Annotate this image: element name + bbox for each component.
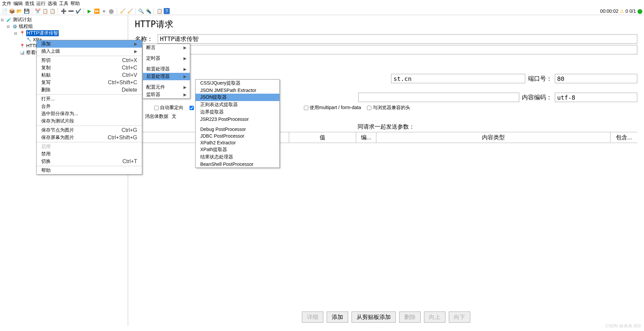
name-input[interactable] [158,34,637,44]
reset-search-icon[interactable]: 🔦 [145,8,151,14]
ctx-duplicate[interactable]: 复写Ctrl+Shift+C [37,79,142,86]
search-icon[interactable]: 🔍 [138,8,144,14]
ctx-post-item[interactable]: CSS/JQuery提取器 [196,80,279,87]
ctx-assertion[interactable]: 断言▶ [143,44,190,51]
ctx-open[interactable]: 打开... [37,95,142,103]
start-icon[interactable]: ▶ [86,8,92,14]
menu-help[interactable]: 帮助 [70,1,80,7]
add-button[interactable]: 添加 [327,312,348,323]
ctx-paste[interactable]: 粘贴Ctrl+V [37,72,142,79]
help-icon[interactable]: ? [164,8,170,14]
col-include[interactable]: 包含... [610,132,637,143]
chevron-right-icon: ▶ [183,45,186,50]
path-input[interactable] [358,93,519,102]
ctx-add[interactable]: 添加▶ [37,40,142,48]
tree-root[interactable]: ⊟ 🧪 测试计划 [1,16,127,23]
port-input[interactable] [555,74,637,83]
start-no-pause-icon[interactable]: ⏩ [94,8,100,14]
chevron-right-icon: ▶ [134,49,137,54]
ctx-post-item[interactable]: Debug PostProcessor [196,126,279,133]
chevron-right-icon: ▶ [183,74,186,79]
templates-icon[interactable]: 📦 [9,8,15,14]
tree-toggle-icon[interactable]: ⊟ [14,31,18,36]
ctx-save-screen-img[interactable]: 保存屏幕为图片Ctrl+Shift+G [37,134,142,141]
shutdown-icon[interactable]: ⬤ [108,8,114,14]
menu-search[interactable]: 查找 [25,1,34,7]
ctx-merge[interactable]: 合并 [37,103,142,110]
save-icon[interactable]: 💾 [23,8,30,14]
menu-options[interactable]: 选项 [48,1,57,7]
ctx-disable[interactable]: 禁用 [37,150,142,158]
cb-multipart[interactable]: 使用multipart / form-data [304,105,361,111]
ctx-cut[interactable]: 剪切Ctrl+X [37,57,142,64]
port-label: 端口号： [528,75,552,83]
server-input[interactable] [391,74,525,83]
ctx-post-item[interactable]: JSON提取器 [196,94,279,101]
tree-panel: ⊟ 🧪 测试计划 ⊟ ⚙️ 线程组 ⊟ 📍 HTTP请求传智 🔧 XPa 📍 H… [0,15,128,326]
col-content-type[interactable]: 内容类型 [376,132,610,143]
tree-label: 线程组 [19,23,33,30]
ctx-post-item[interactable]: 正则表达式提取器 [196,101,279,108]
tree-threadgroup[interactable]: ⊟ ⚙️ 线程组 [1,23,127,30]
ctx-post-item[interactable]: BeanShell PostProcessor [196,161,279,168]
func-helper-icon[interactable]: 📋 [156,8,162,14]
menu-tools[interactable]: 工具 [59,1,68,7]
panel-title: HTTP请求 [135,18,637,30]
tab-files-partial[interactable]: 文 [172,113,176,120]
cb-browser-headers[interactable]: 与浏览器兼容的头 [367,105,410,111]
collapse-icon[interactable]: ➖ [68,8,74,14]
open-icon[interactable]: 📂 [16,8,22,14]
chevron-right-icon: ▶ [183,67,186,72]
ctx-preprocessor[interactable]: 前置处理器▶ [143,65,190,73]
toggle-icon[interactable]: ✔️ [75,8,81,14]
ctx-post-item[interactable]: JDBC PostProcessor [196,133,279,139]
ctx-post-item[interactable]: XPath提取器 [196,146,279,153]
ctx-copy[interactable]: 复制Ctrl+C [37,64,142,72]
new-icon[interactable]: 📄 [1,8,7,14]
cut-icon[interactable]: ✂️ [35,8,41,14]
ctx-delete[interactable]: 删除Delete [37,86,142,94]
ctx-listener[interactable]: 监听器▶ [143,91,190,98]
ctx-postprocessor[interactable]: 后置处理器▶ [143,73,190,80]
ctx-timer[interactable]: 定时器▶ [143,55,190,62]
encoding-input[interactable] [555,93,637,102]
ctx-save-selection[interactable]: 选中部分保存为... [37,110,142,117]
expand-icon[interactable]: ➕ [60,8,66,14]
comment-input[interactable] [135,45,637,54]
status-icon: ⬤ [637,8,643,14]
ctx-post-item[interactable]: XPath2 Extractor [196,139,279,146]
ctx-config[interactable]: 配置元件▶ [143,84,190,91]
ctx-save-node-img[interactable]: 保存节点为图片Ctrl+G [37,127,142,134]
ctx-post-item[interactable]: JSR223 PostProcessor [196,116,279,123]
tree-label-selected: HTTP请求传智 [26,30,59,36]
ctx-post-item[interactable]: 边界提取器 [196,108,279,116]
warning-icon[interactable]: ⚠ [620,8,624,14]
results-icon: 📊 [19,50,25,55]
menubar: 文件 编辑 查找 运行 选项 工具 帮助 [0,0,644,7]
ctx-post-item[interactable]: 结果状态处理器 [196,153,279,161]
menu-file[interactable]: 文件 [2,1,11,7]
add-clipboard-button[interactable]: 从剪贴板添加 [352,312,396,323]
ctx-toggle[interactable]: 切换Ctrl+T [37,158,142,165]
col-encode[interactable]: 编... [356,132,376,143]
down-button: 向下 [449,312,470,323]
ctx-post-item[interactable]: JSON JMESPath Extractor [196,87,279,94]
menu-edit[interactable]: 编辑 [13,1,23,7]
menu-run[interactable]: 运行 [36,1,46,7]
tab-body-data[interactable]: 消息体数据 [145,113,168,120]
ctx-save-fragment[interactable]: 保存为测试片段 [37,117,142,125]
stop-icon[interactable]: ■ [101,8,107,14]
toolbar: 📄 📦 📂 💾 ✂️ 📋 📋 ➕ ➖ ✔️ ▶ ⏩ ■ ⬤ 🧹 🧹 🔍 🔦 📋 … [0,7,644,15]
paste-icon[interactable]: 📋 [49,8,55,14]
ctx-insert-parent[interactable]: 插入上级▶ [37,48,142,55]
col-value[interactable]: 值 [289,132,356,143]
tree-toggle-icon[interactable]: ⊟ [1,18,5,22]
cb-auto-redirect[interactable]: 自动重定向 [154,105,183,111]
tree-http-request-selected[interactable]: ⊟ 📍 HTTP请求传智 [1,30,127,37]
clear-all-icon[interactable]: 🧹 [127,8,133,14]
tree-toggle-icon[interactable]: ⊟ [7,25,11,29]
gear-icon: ⚙️ [12,24,17,29]
clear-icon[interactable]: 🧹 [119,8,125,14]
copy-icon[interactable]: 📋 [42,8,48,14]
ctx-help[interactable]: 帮助 [37,167,142,174]
